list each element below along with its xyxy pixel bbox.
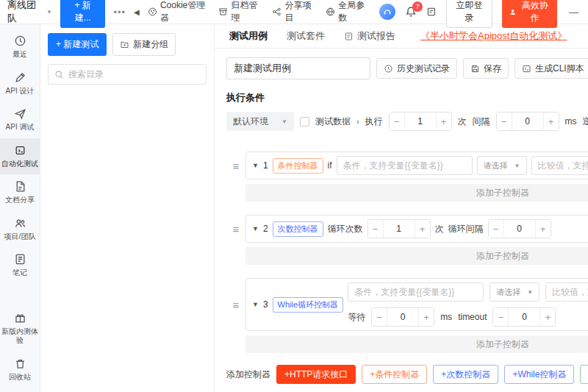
collapse-icon[interactable]: ▼ <box>252 301 259 308</box>
main-area: 测试用例 测试套件 测试报告 《半小时学会Apipost自动化测试》 历史测试记… <box>215 24 588 392</box>
directory-panel: + 新建测试 新建分组 <box>40 24 215 392</box>
beta-icon <box>14 312 26 324</box>
tutorial-link[interactable]: 《半小时学会Apipost自动化测试》 <box>420 29 567 43</box>
add-controller-bar: 添加控制器 +HTTP请求接口 +条件控制器 +次数控制器 +While控制器 … <box>226 365 588 384</box>
test-data-checkbox[interactable] <box>300 117 309 126</box>
loop-interval-label: 循环间隔 <box>448 223 484 235</box>
add-child-controller-button[interactable]: 添加子控制器 <box>245 335 588 353</box>
collapse-panel-icon[interactable]: ◀ <box>134 8 140 16</box>
sidebar-item-recycle-bin[interactable]: 回收站 <box>0 352 40 388</box>
archive-icon <box>218 7 228 17</box>
generate-cli-button[interactable]: 生成CLI脚本 <box>514 58 588 79</box>
wait-value[interactable]: 0 <box>387 308 419 326</box>
team-selector[interactable]: 离线团队 ▼ <box>7 0 52 25</box>
collapse-icon[interactable]: ▼ <box>252 225 259 232</box>
feedback-icon[interactable] <box>426 6 437 18</box>
more-icon[interactable]: ••• <box>113 7 126 18</box>
controller-badge: 条件控制器 <box>273 158 323 174</box>
sidebar-item-project-team[interactable]: 项目/团队 <box>0 211 40 248</box>
minus-icon[interactable]: − <box>489 220 503 238</box>
plus-icon[interactable]: + <box>437 113 451 130</box>
global-params-button[interactable]: 全局参数 <box>326 0 371 24</box>
save-button[interactable]: 保存 <box>463 58 509 79</box>
search-input[interactable] <box>68 69 200 79</box>
clock-icon <box>14 35 26 47</box>
plus-icon[interactable]: + <box>536 220 551 238</box>
sidebar-item-beta[interactable]: 新版内测体验 <box>0 306 40 352</box>
loop-count-value[interactable]: 1 <box>383 220 415 238</box>
interval-label: 间隔 <box>473 115 490 128</box>
exec-conditions-title: 执行条件 <box>226 91 588 104</box>
timeout-value[interactable]: 0 <box>508 308 540 326</box>
sidebar-item-notes[interactable]: 笔记 <box>0 247 40 284</box>
add-condition-controller-button[interactable]: +条件控制器 <box>362 365 427 384</box>
exec-count-value[interactable]: 1 <box>404 113 437 130</box>
operator-select[interactable]: 请选择 ▼ <box>490 282 539 302</box>
chevron-right-icon[interactable]: › <box>356 117 359 126</box>
minimize-icon[interactable]: — <box>567 7 581 18</box>
operator-select[interactable]: 请选择 ▼ <box>477 156 527 175</box>
add-while-controller-button[interactable]: +While控制器 <box>504 365 574 384</box>
tab-test-case[interactable]: 测试用例 <box>229 29 268 43</box>
drag-handle-icon[interactable]: ≡ <box>226 299 245 311</box>
minus-icon[interactable]: − <box>368 220 383 238</box>
exec-count-stepper: − 1 + <box>389 112 452 131</box>
loop-unit-label: 次 <box>435 223 444 235</box>
search-box <box>48 64 207 85</box>
compare-value-input[interactable] <box>545 282 588 302</box>
add-http-request-button[interactable]: +HTTP请求接口 <box>276 365 356 384</box>
plus-icon[interactable]: + <box>419 308 434 326</box>
drag-handle-icon[interactable]: ≡ <box>226 223 245 235</box>
plus-icon[interactable]: + <box>540 308 555 326</box>
add-wait-controller-button[interactable]: +等待控制器 <box>580 365 588 384</box>
chevron-down-icon: ▼ <box>514 163 520 169</box>
loop-interval-value[interactable]: 0 <box>503 220 536 238</box>
plus-icon[interactable]: + <box>544 113 559 130</box>
collapse-icon[interactable]: ▼ <box>252 162 259 169</box>
minus-icon[interactable]: − <box>372 308 387 326</box>
cookie-manager-label: Cookie管理器 <box>160 0 211 24</box>
new-group-label: 新建分组 <box>133 38 168 51</box>
sidebar-item-api-design[interactable]: API 设计 <box>0 65 40 102</box>
condition-input[interactable] <box>348 282 484 302</box>
share-project-label: 分享项目 <box>284 0 318 24</box>
if-keyword: if <box>328 160 332 171</box>
doc-share-icon <box>14 180 26 193</box>
minus-icon[interactable]: − <box>390 113 404 130</box>
add-child-controller-button[interactable]: 添加子控制器 <box>245 184 588 202</box>
timeout-stepper: − 0 + <box>492 307 556 327</box>
tab-test-report[interactable]: 测试报告 <box>344 29 395 43</box>
add-loop-count-controller-button[interactable]: +次数控制器 <box>433 365 498 384</box>
notifications-button[interactable]: 7 <box>405 6 417 18</box>
new-group-button[interactable]: 新建分组 <box>112 33 176 56</box>
person-icon <box>509 8 516 16</box>
condition-input[interactable] <box>337 156 473 175</box>
sidebar-item-automation-test[interactable]: 自动化测试 <box>0 138 40 175</box>
cookie-manager-button[interactable]: Cookie管理器 <box>148 0 211 24</box>
loop-interval-stepper: − 0 + <box>488 219 551 238</box>
compare-value-input[interactable] <box>531 156 588 175</box>
sidebar-item-api-debug[interactable]: API 调试 <box>0 101 40 138</box>
plus-icon[interactable]: + <box>415 220 430 238</box>
pencil-icon <box>14 71 26 84</box>
test-name-input[interactable] <box>226 57 370 79</box>
support-icon[interactable] <box>379 4 395 20</box>
sidebar-item-doc-share[interactable]: 文档分享 <box>0 174 40 211</box>
trash-icon <box>14 357 26 370</box>
archive-manager-button[interactable]: 归档管理 <box>218 0 264 24</box>
note-icon <box>14 253 26 266</box>
minus-icon[interactable]: − <box>497 113 512 130</box>
drag-handle-icon[interactable]: ≡ <box>226 160 245 172</box>
minus-icon[interactable]: − <box>493 308 508 326</box>
tab-test-suite[interactable]: 测试套件 <box>287 29 325 43</box>
interval-value[interactable]: 0 <box>512 113 544 130</box>
sidebar-item-recent[interactable]: 最近 <box>0 29 40 65</box>
share-project-button[interactable]: 分享项目 <box>272 0 318 24</box>
new-test-button[interactable]: + 新建测试 <box>48 33 107 56</box>
add-child-controller-button[interactable]: 添加子控制器 <box>245 247 588 265</box>
interval-stepper: − 0 + <box>496 112 559 131</box>
environment-select[interactable]: 默认环境 ▼ <box>226 112 294 131</box>
report-icon <box>344 32 354 41</box>
loop-count-label: 循环次数 <box>328 223 363 235</box>
history-button[interactable]: 历史测试记录 <box>376 58 457 79</box>
